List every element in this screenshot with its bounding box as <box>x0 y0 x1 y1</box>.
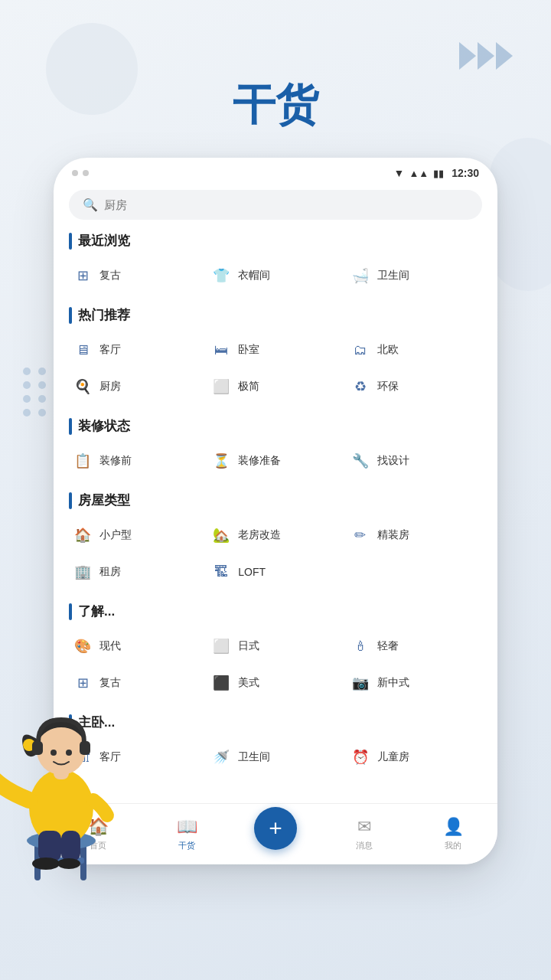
section-renovation: 装修状态 📋 装修前 ⏳ 装修准备 🔧 找设计 <box>69 417 482 476</box>
list-item[interactable]: 📷 新中式 <box>347 668 482 698</box>
status-time: 12:30 <box>452 167 479 179</box>
cat-icon-chufang: 🍳 <box>72 376 93 397</box>
nav-item-add[interactable]: + <box>231 807 320 862</box>
mine-nav-label: 我的 <box>445 840 461 851</box>
cat-label-xiandai: 现代 <box>99 639 121 653</box>
page-title: 干货 <box>0 77 551 135</box>
svg-point-4 <box>29 769 93 846</box>
list-item[interactable]: 🛁 卫生间 <box>347 260 482 291</box>
svg-point-8 <box>57 858 80 869</box>
list-item[interactable]: 🖥 客厅 <box>69 335 204 365</box>
list-item[interactable]: 🏡 老房改造 <box>207 520 343 550</box>
nav-item-message[interactable]: ✉ 消息 <box>320 817 409 851</box>
cat-icon-xhx: 🏠 <box>72 524 93 546</box>
section-indicator-renovation <box>69 418 72 435</box>
nav-item-mine[interactable]: 👤 我的 <box>409 817 497 851</box>
section-indicator-house <box>69 492 72 509</box>
cat-label-zxzb: 装修准备 <box>238 454 281 468</box>
section-header-renovation: 装修状态 <box>69 417 482 435</box>
hot-grid: 🖥 客厅 🛏 卧室 🗂 北欧 🍳 厨房 ⬜ 极简 <box>69 335 482 402</box>
cat-icon-keting: 🖥 <box>72 339 93 361</box>
cat-icon-lfgz: 🏡 <box>210 524 232 546</box>
chevrons-decoration <box>459 42 513 70</box>
svg-point-15 <box>66 750 72 756</box>
list-item[interactable]: 👕 衣帽间 <box>207 260 343 291</box>
nav-item-ganghuo[interactable]: 📖 干货 <box>142 817 231 851</box>
cat-label-jzf: 精装房 <box>377 528 409 542</box>
cat-icon-huanbao: ♻ <box>350 376 371 397</box>
section-header-style: 了解... <box>69 603 482 620</box>
cat-icon-beou: 🗂 <box>350 339 371 361</box>
section-title-hot: 热门推荐 <box>78 306 130 324</box>
cat-label-weisheng: 卫生间 <box>377 269 409 283</box>
list-item[interactable]: ⏰ 儿童房 <box>347 742 482 773</box>
list-item[interactable]: 🎨 现代 <box>69 631 204 662</box>
cat-label-rishi: 日式 <box>238 639 259 653</box>
cat-icon-zxq: 📋 <box>72 450 93 472</box>
cat-label-fugu: 复古 <box>99 269 121 283</box>
list-item[interactable]: ♻ 环保 <box>347 371 482 402</box>
status-bar: ▼ ▲▲ ▮▮ 12:30 <box>54 158 497 184</box>
cat-label-zuf: 租房 <box>99 565 121 579</box>
list-item[interactable]: ⬛ 美式 <box>207 668 343 698</box>
search-input[interactable] <box>104 198 468 211</box>
svg-point-14 <box>51 750 57 756</box>
add-button[interactable]: + <box>254 807 297 850</box>
svg-rect-5 <box>38 831 61 861</box>
recent-grid: ⊞ 复古 👕 衣帽间 🛁 卫生间 <box>69 260 482 291</box>
cat-label-huanbao: 环保 <box>377 380 399 394</box>
cat-icon-rishi: ⬜ <box>210 635 232 657</box>
list-item[interactable]: ⏳ 装修准备 <box>207 446 343 476</box>
wifi-icon: ▼ <box>394 167 405 179</box>
svg-rect-17 <box>80 741 90 755</box>
search-bar[interactable]: 🔍 <box>69 190 482 220</box>
cat-icon-wsj2: 🚿 <box>210 746 232 768</box>
list-item[interactable]: 🍳 厨房 <box>69 371 204 402</box>
section-title-house: 房屋类型 <box>78 492 130 509</box>
bg-shape <box>490 138 551 291</box>
list-item[interactable]: 🛏 卧室 <box>207 335 343 365</box>
list-item[interactable]: ✏ 精装房 <box>347 520 482 550</box>
cat-icon-qingxhe: 🕯 <box>350 635 371 657</box>
cat-label-beou: 北欧 <box>377 343 399 357</box>
cat-label-xinzhongshi: 新中式 <box>377 676 409 690</box>
cat-label-etf: 儿童房 <box>377 750 409 764</box>
section-house: 房屋类型 🏠 小户型 🏡 老房改造 ✏ 精装房 🏢 租房 <box>69 492 482 587</box>
cat-icon-xinzhongshi: 📷 <box>350 672 371 694</box>
cat-icon-xiandai: 🎨 <box>72 635 93 657</box>
list-item[interactable]: 🔧 找设计 <box>347 446 482 476</box>
list-item[interactable]: 🚿 卫生间 <box>207 742 343 773</box>
cat-icon-woshi: 🛏 <box>210 339 232 361</box>
section-header-hot: 热门推荐 <box>69 306 482 324</box>
cat-icon-meishi: ⬛ <box>210 672 232 694</box>
list-item[interactable]: 🏢 租房 <box>69 557 204 587</box>
section-indicator <box>69 233 72 250</box>
list-item[interactable]: 🏗 LOFT <box>207 557 343 587</box>
section-indicator-hot <box>69 307 72 324</box>
cat-label-zdsj: 找设计 <box>377 454 409 468</box>
battery-icon: ▮▮ <box>433 168 444 179</box>
signal-icon: ▲▲ <box>409 168 429 179</box>
section-hot: 热门推荐 🖥 客厅 🛏 卧室 🗂 北欧 🍳 厨房 <box>69 306 482 402</box>
cat-label-qingxhe: 轻奢 <box>377 639 399 653</box>
list-item[interactable]: 📋 装修前 <box>69 446 204 476</box>
svg-point-7 <box>32 858 60 870</box>
section-recent: 最近浏览 ⊞ 复古 👕 衣帽间 🛁 卫生间 <box>69 232 482 291</box>
section-title-recent: 最近浏览 <box>78 232 130 250</box>
cat-label-woshi: 卧室 <box>238 343 259 357</box>
svg-rect-6 <box>61 831 80 861</box>
search-icon: 🔍 <box>83 198 98 212</box>
message-nav-icon: ✉ <box>357 817 371 837</box>
cat-label-chufang: 厨房 <box>99 380 121 394</box>
list-item[interactable]: ⬜ 极简 <box>207 371 343 402</box>
list-item[interactable]: 🗂 北欧 <box>347 335 482 365</box>
ganghuo-nav-label: 干货 <box>178 840 195 851</box>
cat-label-zxq: 装修前 <box>99 454 132 468</box>
list-item[interactable]: ⬜ 日式 <box>207 631 343 662</box>
list-item[interactable]: ⊞ 复古 <box>69 260 204 291</box>
list-item[interactable]: 🕯 轻奢 <box>347 631 482 662</box>
list-item[interactable]: 🏠 小户型 <box>69 520 204 550</box>
cat-icon-jijian: ⬜ <box>210 376 232 397</box>
renovation-grid: 📋 装修前 ⏳ 装修准备 🔧 找设计 <box>69 446 482 476</box>
ganghuo-nav-icon: 📖 <box>177 817 197 837</box>
